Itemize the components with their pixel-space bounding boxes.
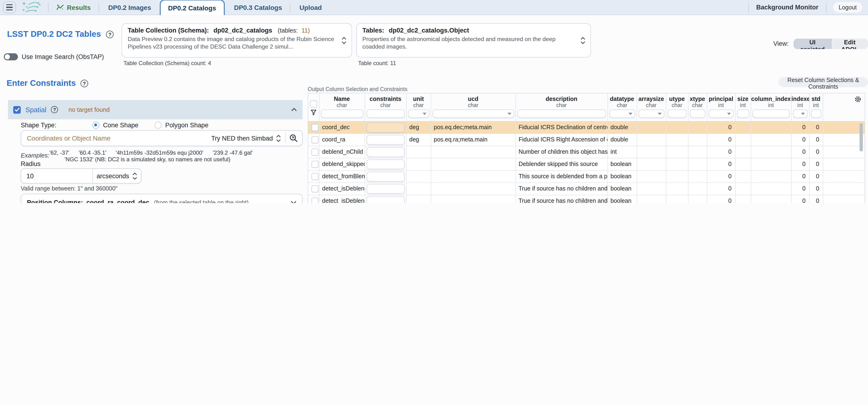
filter-description[interactable]	[517, 109, 606, 118]
column-name: principal	[707, 93, 735, 102]
view-ui-assisted-button[interactable]: UI assisted	[794, 39, 832, 49]
column-type: char	[406, 102, 431, 108]
logout-button[interactable]: Logout	[833, 2, 862, 13]
cell-unit	[406, 195, 431, 203]
vertical-scrollbar-thumb[interactable]	[860, 123, 863, 151]
filter-arraysize[interactable]	[638, 109, 664, 118]
tab-results[interactable]: Results	[55, 3, 92, 11]
view-edit-adql-button[interactable]: Edit ADQL	[832, 39, 868, 49]
resolve-search-icon[interactable]	[289, 134, 298, 143]
filter-std[interactable]	[811, 109, 821, 118]
filter-ucd[interactable]	[432, 109, 514, 118]
row-checkbox[interactable]	[311, 173, 318, 180]
constraint-input[interactable]	[366, 171, 405, 181]
radius-field: arcseconds	[21, 168, 142, 183]
schema-select[interactable]: Table Collection (Schema): dp02_dc2_cata…	[122, 23, 352, 58]
tab-label: Results	[67, 3, 91, 11]
spatial-checkbox[interactable]	[13, 106, 21, 113]
table-row[interactable]: coord_radegpos.eq.ra;meta.mainFiducial I…	[308, 134, 865, 146]
constraint-input[interactable]	[366, 147, 405, 157]
cell-std: 0	[809, 146, 823, 158]
col-header-description: descriptionchar	[516, 93, 608, 121]
col-header-ucd: ucdchar	[431, 93, 516, 121]
select-all-checkbox[interactable]	[310, 100, 317, 108]
cell-name: deblend_nChild	[319, 146, 365, 158]
chevron-up-icon[interactable]	[291, 108, 297, 111]
row-checkbox[interactable]	[311, 197, 318, 203]
column-name: constraints	[365, 93, 406, 102]
row-checkbox[interactable]	[311, 161, 318, 168]
examples-line1: '62, -37' '60.4 -35.1' '4h11m59s -32d51m…	[50, 149, 253, 156]
table-row[interactable]: deblend_nChildNumber of children this ob…	[308, 146, 865, 158]
tab-dp02-images[interactable]: DP0.2 Images	[107, 3, 152, 11]
cell-size	[735, 170, 751, 182]
constraints-panel: Spatial no target found Shape Type: Cone…	[8, 100, 303, 203]
tab-dp02-catalogs[interactable]: DP0.2 Catalogs	[159, 0, 224, 15]
help-icon[interactable]	[51, 106, 58, 113]
row-checkbox[interactable]	[311, 185, 318, 192]
constraint-input[interactable]	[366, 135, 405, 145]
help-icon[interactable]	[81, 80, 88, 87]
tab-dp03-catalogs[interactable]: DP0.3 Catalogs	[233, 3, 283, 11]
polygon-shape-label: Polygon Shape	[165, 122, 208, 129]
row-checkbox[interactable]	[311, 136, 318, 143]
constraint-input[interactable]	[366, 122, 405, 132]
filter-name[interactable]	[321, 109, 363, 118]
resolver-select[interactable]: Try NED then Simbad	[211, 135, 273, 142]
help-icon[interactable]	[106, 30, 114, 38]
tab-upload[interactable]: Upload	[299, 3, 323, 11]
hamburger-icon	[6, 4, 13, 5]
row-checkbox[interactable]	[311, 124, 318, 131]
tables-description: Properties of the astronomical objects d…	[362, 36, 560, 51]
radius-valid-range: Valid range between: 1" and 360000"	[21, 185, 118, 192]
table-row[interactable]: detect_fromBlendThis source is deblended…	[308, 170, 865, 182]
cell-utype	[666, 170, 688, 182]
image-search-toggle[interactable]	[4, 53, 18, 60]
table-row[interactable]: coord_decdegpos.eq.dec;meta.mainFiducial…	[308, 121, 865, 134]
table-options-gear-icon[interactable]	[854, 96, 861, 105]
page-title-text: LSST DP0.2 DC2 Tables	[7, 29, 101, 39]
table-row[interactable]: detect_isDeblendeTrue if source has no c…	[308, 195, 865, 203]
filter-unit[interactable]	[408, 109, 429, 118]
row-checkbox[interactable]	[311, 148, 318, 155]
filter-indexed[interactable]	[793, 109, 807, 118]
filter-utype[interactable]	[668, 109, 686, 118]
cell-filler	[823, 195, 865, 203]
filter-funnel-icon[interactable]	[308, 109, 319, 117]
background-monitor-link[interactable]: Background Monitor	[756, 4, 818, 11]
cone-shape-radio[interactable]	[92, 122, 99, 129]
table-row[interactable]: deblend_skippedDeblender skipped this so…	[308, 158, 865, 170]
radius-unit-select[interactable]: arcseconds	[92, 169, 141, 183]
filter-xtype[interactable]	[690, 109, 705, 118]
cell-constraints	[365, 182, 406, 195]
column-type: char	[666, 102, 688, 108]
table-select[interactable]: Tables: dp02_dc2_catalogs.Object Propert…	[356, 23, 591, 58]
radius-input[interactable]	[21, 169, 92, 183]
coordinates-input[interactable]	[21, 135, 211, 142]
polygon-shape-radio[interactable]	[154, 122, 161, 129]
radius-label: Radius	[21, 160, 40, 167]
column-name: std	[809, 93, 823, 102]
filter-datatype[interactable]	[609, 109, 635, 118]
constraint-input[interactable]	[366, 196, 405, 203]
cell-sel	[308, 146, 319, 158]
cell-principal: 0	[707, 146, 735, 158]
table-row[interactable]: detect_isDeblendeTrue if source has no c…	[308, 182, 865, 195]
chevron-updown-icon[interactable]	[276, 135, 281, 142]
filter-size[interactable]	[737, 109, 749, 118]
column-type: char	[637, 102, 665, 108]
menu-button[interactable]	[3, 1, 16, 13]
spatial-section-header[interactable]: Spatial no target found	[8, 100, 303, 119]
image-search-label: Use Image Search (ObsTAP)	[22, 53, 104, 60]
cell-size	[735, 146, 751, 158]
nav-divider	[289, 3, 290, 12]
constraint-input[interactable]	[366, 159, 405, 169]
cell-sel	[308, 158, 319, 170]
column-type: int	[707, 102, 735, 108]
filter-principal[interactable]	[709, 109, 734, 118]
reset-columns-button[interactable]: Reset Column Selections & Constraints	[778, 77, 868, 87]
filter-column_index[interactable]	[752, 109, 789, 118]
constraint-input[interactable]	[366, 184, 405, 194]
position-columns-select[interactable]: Position Columns: coord_ra, coord_dec (f…	[21, 194, 303, 203]
filter-constraints[interactable]	[366, 109, 405, 118]
